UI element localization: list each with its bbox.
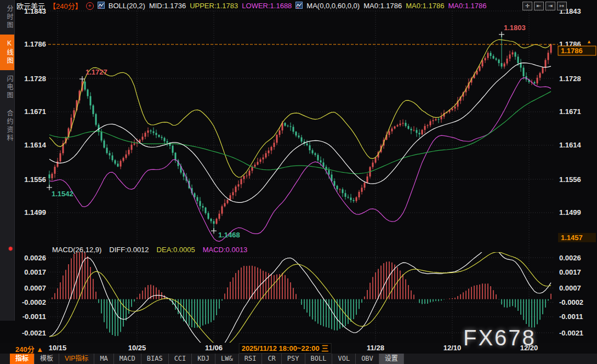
svg-text:1.1803: 1.1803 <box>504 24 526 32</box>
svg-text:1.1786: 1.1786 <box>24 40 46 48</box>
bottom-tab-cr[interactable]: CR <box>262 354 281 364</box>
svg-text:0.0017: 0.0017 <box>559 268 581 276</box>
selected-candle-datetime: 2025/11/12 18:00~22:00 三 <box>239 343 332 354</box>
goto-latest-icon[interactable]: ↦ <box>557 2 567 10</box>
macd-name: MACD(26,12,9) <box>52 246 101 254</box>
boll-mid-value: MID:1.1736 <box>149 2 186 10</box>
svg-text:1.1556: 1.1556 <box>559 175 581 184</box>
sidebar-tab-kline-chart[interactable]: K线图 <box>0 35 14 70</box>
macd-dea-value: DEA:0.0005 <box>157 246 195 254</box>
boll-lower-value: LOWER:1.1688 <box>242 2 292 10</box>
symbol-name: 欧元美元 <box>16 1 45 11</box>
svg-text:0.0026: 0.0026 <box>24 254 46 262</box>
sidebar: 分时图K线图闪电图合约资料 <box>0 0 15 321</box>
ma0-value-3: MA0:1.1786 <box>448 2 486 10</box>
dropdown-arrow-icon: ▲ <box>36 345 43 354</box>
svg-text:1.1728: 1.1728 <box>559 75 581 83</box>
svg-text:-0.0002: -0.0002 <box>559 298 583 306</box>
svg-text:1.1728: 1.1728 <box>24 75 46 83</box>
bottom-tab-macd[interactable]: MACD <box>114 354 141 364</box>
bottom-tab-kdj[interactable]: KDJ <box>192 354 215 364</box>
svg-text:1.1499: 1.1499 <box>24 208 46 217</box>
zoom-out-icon[interactable]: ⇥ <box>545 2 555 10</box>
svg-text:0.0026: 0.0026 <box>559 254 581 262</box>
fx678-watermark: FX678 <box>463 326 536 350</box>
x-axis-tick: 10/25 <box>128 344 146 352</box>
x-axis-tick: 11/06 <box>205 344 223 352</box>
macd-diff-value: DIFF:0.0012 <box>109 246 149 254</box>
bottom-tab-lwr[interactable]: LW& <box>215 354 239 364</box>
svg-text:0.0007: 0.0007 <box>559 284 581 292</box>
pan-tool-icon[interactable]: ✛ <box>522 2 532 10</box>
sidebar-tab-lightning-chart[interactable]: 闪电图 <box>0 70 14 105</box>
period-selector[interactable]: 240分 ▲ <box>15 344 43 354</box>
boll-indicator-icon <box>98 2 105 10</box>
period-label: 【240分】 <box>49 1 82 11</box>
svg-text:1.1499: 1.1499 <box>559 208 581 217</box>
x-axis-tick: 12/10 <box>444 344 462 352</box>
svg-text:1.1542: 1.1542 <box>52 190 73 198</box>
macd-legend: MACD(26,12,9) DIFF:0.0012 DEA:0.0005 MAC… <box>52 246 247 254</box>
chart-toolbar: ✛ ⇤ ⇥ ↦ <box>522 2 567 10</box>
indicator-legend-bar: 欧元美元 【240分】 + BOLL(20,2) MID:1.1736 UPPE… <box>16 1 487 11</box>
svg-text:1.1671: 1.1671 <box>559 107 581 116</box>
bottom-tab-vol[interactable]: VOL <box>332 354 356 364</box>
svg-text:-0.0021: -0.0021 <box>22 329 46 337</box>
bottom-tab-bias[interactable]: BIAS <box>141 354 169 364</box>
svg-text:1.1556: 1.1556 <box>24 175 46 184</box>
bottom-tab-boll[interactable]: BOLL <box>305 354 333 364</box>
svg-text:-0.0021: -0.0021 <box>559 329 583 337</box>
svg-text:▲: ▲ <box>587 39 592 44</box>
chart-application: 1.18431.18431.17861.17861.17281.17281.16… <box>0 0 597 364</box>
ma-name: MA(0,0,0,60,0,0) <box>306 2 360 10</box>
bottom-tab-obv[interactable]: OBV <box>356 354 379 364</box>
boll-name: BOLL(20,2) <box>109 2 145 10</box>
svg-text:1.1457: 1.1457 <box>561 234 583 242</box>
ma-indicator-icon <box>295 2 303 10</box>
svg-text:0.0017: 0.0017 <box>24 268 46 276</box>
svg-text:1.1614: 1.1614 <box>559 141 582 149</box>
bottom-tab-psy[interactable]: PSY <box>282 354 305 364</box>
sidebar-tab-time-chart[interactable]: 分时图 <box>0 0 14 35</box>
bottom-tab-templates[interactable]: 模板 <box>35 354 59 364</box>
bottom-tab-settings[interactable]: 设置 <box>379 354 404 364</box>
indicator-tab-bar: 指标模板VIP指标MAMACDBIASCCIKDJLW&RSICRPSYBOLL… <box>0 354 597 364</box>
sidebar-tab-contract-info[interactable]: 合约资料 <box>0 105 14 147</box>
svg-text:1.1727: 1.1727 <box>86 68 107 76</box>
bottom-tab-rsi[interactable]: RSI <box>239 354 263 364</box>
ma0-value-2: MA0:1.1786 <box>406 2 444 10</box>
svg-text:1.1786: 1.1786 <box>561 47 583 55</box>
boll-upper-value: UPPER:1.1783 <box>190 2 238 10</box>
bottom-tab-cci[interactable]: CCI <box>169 354 192 364</box>
bottom-tab-vip-indicators[interactable]: VIP指标 <box>59 354 94 364</box>
add-indicator-icon[interactable]: + <box>86 2 94 10</box>
ma0-value-1: MA0:1.1786 <box>363 2 402 10</box>
zoom-in-icon[interactable]: ⇤ <box>534 2 544 10</box>
x-axis-tick: 10/15 <box>49 344 67 352</box>
svg-text:1.1671: 1.1671 <box>24 107 46 116</box>
candlestick-chart-canvas[interactable]: 1.18431.18431.17861.17861.17281.17281.16… <box>0 0 597 343</box>
svg-text:-0.0002: -0.0002 <box>22 298 46 306</box>
bottom-tab-ma[interactable]: MA <box>94 354 113 364</box>
svg-text:-0.0011: -0.0011 <box>22 312 46 321</box>
svg-text:0.0007: 0.0007 <box>24 284 46 292</box>
svg-text:1.1614: 1.1614 <box>24 141 47 149</box>
live-blink-icon: ✹ <box>8 245 13 253</box>
svg-text:1.1468: 1.1468 <box>218 231 240 239</box>
x-axis-tick: 11/28 <box>367 344 384 352</box>
macd-macd-value: MACD:0.0013 <box>203 246 248 254</box>
bottom-tab-indicators[interactable]: 指标 <box>10 354 35 364</box>
svg-text:-0.0011: -0.0011 <box>559 312 583 321</box>
